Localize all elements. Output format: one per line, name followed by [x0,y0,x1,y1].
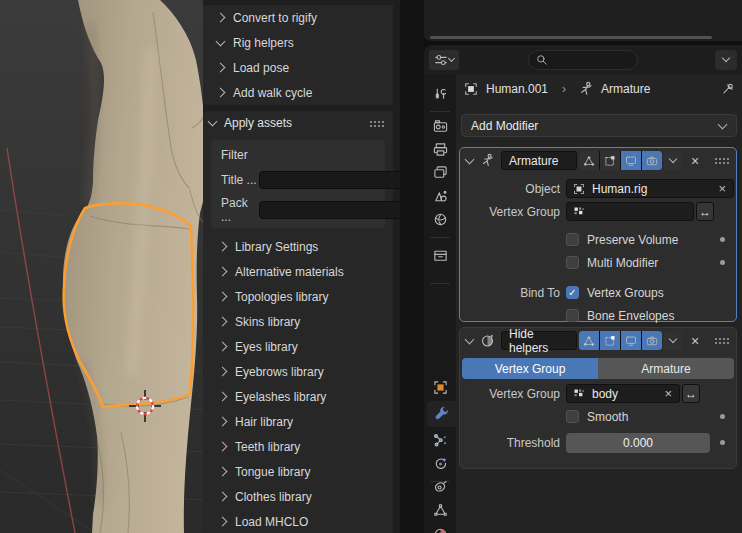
tab-physics[interactable] [426,452,454,474]
section-tongue-library[interactable]: Tongue library [203,459,393,484]
modifier-drag-grip[interactable] [714,337,730,344]
properties-tab-column [424,74,456,533]
mask-modifier-header[interactable]: Hide helpers × [460,328,736,353]
panel-drag-grip[interactable] [369,120,385,127]
clear-object-button[interactable]: × [718,181,726,196]
threshold-slider[interactable]: 0.000 [566,433,710,453]
tab-render[interactable] [426,115,454,137]
vertex-groups-checkbox[interactable]: ✓ Vertex Groups [566,286,710,300]
checkbox-unchecked[interactable] [566,256,579,269]
tab-tool[interactable] [426,84,454,106]
pin-icon[interactable] [721,82,735,96]
section-clothes-library[interactable]: Clothes library [203,484,393,509]
object-value-field[interactable]: Human.rig × [566,179,734,198]
checkbox-unchecked[interactable] [566,233,579,246]
editor-type-button[interactable] [429,50,459,70]
delete-modifier-button[interactable]: × [691,334,699,348]
breadcrumb: Human.001 › Armature [456,74,742,104]
delete-modifier-button[interactable]: × [691,154,699,168]
object-label: Object [462,182,560,196]
section-teeth-library[interactable]: Teeth library [203,434,393,459]
smooth-checkbox[interactable]: Smooth [566,410,710,424]
show-render-toggle[interactable] [642,331,662,350]
chevron-down-icon [718,119,728,129]
mode-tab-vertex-group[interactable]: Vertex Group [462,358,598,379]
section-label: Eyebrows library [235,365,324,379]
outliner-bottom-strip [424,0,742,41]
sidebar-panel-load-pose[interactable]: Load pose [203,55,393,80]
object-value: Human.rig [592,182,647,196]
clear-vertex-group-button[interactable]: × [664,386,672,401]
bone-envelopes-checkbox[interactable]: Bone Envelopes [566,309,710,323]
on-cage-toggle[interactable] [600,151,620,170]
panel-label: Load pose [233,61,289,75]
modifier-extras-button[interactable] [664,331,682,350]
multi-modifier-checkbox[interactable]: Multi Modifier [566,256,710,270]
invert-vertex-group-button[interactable]: ↔ [696,202,714,221]
tab-particles[interactable] [426,429,454,451]
tab-view-layer[interactable] [426,161,454,183]
edit-mode-toggle[interactable] [579,331,599,350]
edit-mode-toggle[interactable] [579,151,599,170]
section-eyebrows-library[interactable]: Eyebrows library [203,359,393,384]
chevron-right-icon [218,417,228,427]
modifier-name-field[interactable]: Armature [501,151,577,170]
animate-decorator[interactable] [720,440,725,445]
section-eyelashes-library[interactable]: Eyelashes library [203,384,393,409]
section-library-settings[interactable]: Library Settings [203,234,393,259]
outliner-hscrollbar[interactable] [430,36,712,39]
modifier-name-field[interactable]: Hide helpers [501,331,577,350]
section-alternative-materials[interactable]: Alternative materials [203,259,393,284]
modifier-drag-grip[interactable] [714,157,730,164]
search-input[interactable] [548,53,637,67]
sidebar-panel-add-walk-cycle[interactable]: Add walk cycle [203,80,393,105]
add-modifier-button[interactable]: Add Modifier [461,114,737,137]
show-viewport-toggle[interactable] [621,151,641,170]
breadcrumb-object[interactable]: Human.001 [486,82,548,96]
animate-decorator[interactable] [720,237,725,242]
mode-tab-armature[interactable]: Armature [598,358,734,379]
breadcrumb-context[interactable]: Armature [601,82,650,96]
show-viewport-toggle[interactable] [621,331,641,350]
apply-assets-title: Apply assets [224,116,292,130]
section-topologies-library[interactable]: Topologies library [203,284,393,309]
animate-decorator[interactable] [720,260,725,265]
filter-options-button[interactable] [715,50,737,70]
tab-constraints[interactable] [426,475,454,497]
section-eyes-library[interactable]: Eyes library [203,334,393,359]
armature-modifier-header[interactable]: Armature × [460,148,736,173]
invert-vertex-group-button[interactable]: ↔ [682,384,700,403]
checkbox-unchecked[interactable] [566,410,579,423]
chevron-right-icon [216,88,226,98]
vertex-group-field[interactable] [566,202,694,221]
tab-object[interactable] [426,376,454,398]
section-skins-library[interactable]: Skins library [203,309,393,334]
tab-material[interactable] [426,523,454,533]
tab-object-data[interactable] [426,499,454,521]
tab-collection[interactable] [426,244,454,266]
tab-world[interactable] [426,208,454,230]
tab-output[interactable] [426,138,454,160]
section-load-mhclo[interactable]: Load MHCLO [203,509,393,533]
preserve-volume-checkbox[interactable]: Preserve Volume [566,233,710,247]
animate-decorator[interactable] [720,414,725,419]
sidebar-panel-convert-to-rigify[interactable]: Convert to rigify [203,5,393,30]
sidebar-panel-rig-helpers[interactable]: Rig helpers [203,30,393,55]
add-modifier-label: Add Modifier [471,119,538,133]
vertex-group-icon [573,206,585,218]
section-hair-library[interactable]: Hair library [203,409,393,434]
checkbox-checked[interactable]: ✓ [566,286,579,299]
editor-divider[interactable] [400,0,424,533]
rig-panel-group: Convert to rigify Rig helpers Load pose … [203,5,393,105]
vertex-group-field[interactable]: body × [566,384,680,403]
tab-modifiers-active[interactable] [427,401,456,427]
bind-to-row: Bind To ✓ Vertex Groups [460,281,736,304]
on-cage-toggle[interactable] [600,331,620,350]
tab-scene[interactable] [426,185,454,207]
modifier-extras-button[interactable] [664,151,682,170]
chevron-down-icon [669,335,677,343]
apply-assets-header[interactable]: Apply assets [203,111,393,135]
search-box[interactable] [528,50,638,70]
checkbox-unchecked[interactable] [566,309,579,322]
show-render-toggle[interactable] [642,151,662,170]
